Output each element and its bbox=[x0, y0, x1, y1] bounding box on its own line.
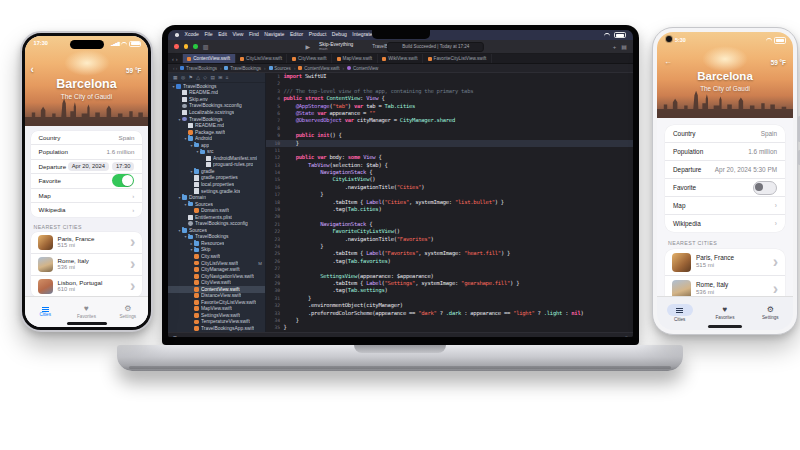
detail-scroll-area[interactable]: CountrySpainPopulation1.6 millionDepartu… bbox=[657, 118, 793, 297]
wifi-icon[interactable] bbox=[604, 33, 610, 38]
folder-icon bbox=[194, 143, 199, 147]
breadcrumb-item[interactable]: Sources bbox=[269, 66, 291, 71]
breadcrumb-item[interactable]: ContentView bbox=[347, 66, 378, 71]
tab-settings[interactable]: ⚙Settings bbox=[748, 297, 793, 330]
detail-right bbox=[753, 181, 777, 195]
detail-row-population[interactable]: Population1.6 million bbox=[31, 145, 143, 160]
code-text: .tag(Tab.cities) bbox=[284, 206, 382, 213]
detail-row-departure[interactable]: DepartureApr 20, 2024 5:30 PM bbox=[665, 161, 785, 179]
code-line: 31 } bbox=[266, 295, 633, 302]
date-pill[interactable]: Apr 20, 2024 bbox=[68, 162, 109, 171]
debug-navigator-icon[interactable]: ⊞ bbox=[218, 75, 222, 80]
tab-cities[interactable]: Cities bbox=[657, 297, 702, 330]
tab-history-arrows[interactable]: ‹› bbox=[168, 54, 183, 63]
editor-tab[interactable]: FavoriteCityListView.swift bbox=[423, 54, 492, 63]
detail-row-map[interactable]: Map› bbox=[31, 189, 143, 204]
back-button[interactable]: ‹ bbox=[31, 65, 34, 75]
breadcrumb-item[interactable]: TravelBookings bbox=[180, 66, 217, 71]
detail-scroll-area[interactable]: CountrySpainPopulation1.6 millionDepartu… bbox=[25, 126, 149, 298]
close-window-button[interactable] bbox=[174, 44, 179, 49]
code-line: 3/// The top-level view of the app, cont… bbox=[266, 88, 633, 95]
menu-item-view[interactable]: View bbox=[232, 32, 243, 37]
add-editor-icon[interactable]: + bbox=[613, 44, 617, 50]
test-navigator-icon[interactable]: ▤ bbox=[210, 75, 215, 80]
tab-icon-wrap: ⚙ bbox=[124, 305, 131, 313]
zoom-window-button[interactable] bbox=[193, 44, 198, 49]
tab-icon-wrap: ♥ bbox=[84, 305, 89, 313]
detail-label: Favorite bbox=[39, 177, 61, 184]
sym-icon bbox=[347, 66, 351, 70]
code-text: .preferredColorScheme(appearance == "dar… bbox=[284, 310, 584, 317]
file-tree[interactable]: ▾TravelBookingsREADME.mdSkip.envTravelBo… bbox=[168, 83, 265, 332]
minimize-window-button[interactable] bbox=[184, 44, 189, 49]
find-navigator-icon[interactable]: △ bbox=[196, 75, 200, 80]
menu-item-file[interactable]: File bbox=[204, 32, 212, 37]
line-number: 6 bbox=[266, 110, 284, 117]
battery-icon[interactable] bbox=[614, 32, 626, 39]
editor-tab[interactable]: MapView.swift bbox=[332, 54, 378, 63]
code-line: 8 bbox=[266, 125, 633, 132]
source-control-navigator-icon[interactable]: ◎ bbox=[181, 75, 185, 80]
detail-row-favorite[interactable]: Favorite bbox=[665, 179, 785, 197]
detail-row-wikipedia[interactable]: Wikipedia› bbox=[665, 215, 785, 232]
menu-item-integrate[interactable]: Integrate bbox=[352, 32, 372, 37]
code-line: 6 @State var appearance = "" bbox=[266, 110, 633, 117]
breadcrumb-back-icon[interactable]: ‹ › bbox=[173, 66, 177, 71]
code-text: .tabItem { Label("Settings", systemImage… bbox=[284, 280, 520, 287]
breadcrumb-item[interactable]: ContentView.swift bbox=[298, 66, 339, 71]
editor-tab[interactable]: CityView.swift bbox=[287, 54, 332, 63]
detail-row-country[interactable]: CountrySpain bbox=[665, 125, 785, 143]
project-navigator-icon[interactable]: ▦ bbox=[173, 75, 178, 80]
tab-settings[interactable]: ⚙Settings bbox=[107, 297, 148, 327]
issue-navigator-icon[interactable]: ◇ bbox=[203, 75, 207, 80]
run-button[interactable]: ▶ bbox=[305, 44, 310, 50]
editor-tab[interactable]: WikiView.swift bbox=[378, 54, 423, 63]
breadcrumb: TravelBookings›TravelBookings›Sources›Co… bbox=[180, 66, 378, 71]
nearest-city-row[interactable]: Paris, France515 mi› bbox=[665, 249, 785, 276]
line-number: 10 bbox=[266, 140, 284, 147]
nearest-city-row[interactable]: Lisbon, Portugal610 mi› bbox=[31, 276, 143, 297]
tab-cities[interactable]: Cities bbox=[25, 297, 66, 327]
editor-tab-label: CityListView.swift bbox=[246, 56, 282, 61]
detail-row-country[interactable]: CountrySpain bbox=[31, 131, 143, 146]
menu-item-product[interactable]: Product bbox=[309, 32, 327, 37]
menu-item-xcode[interactable]: Xcode bbox=[185, 32, 199, 37]
swift-icon bbox=[298, 66, 302, 70]
detail-row-map[interactable]: Map› bbox=[665, 197, 785, 215]
file-name: Skip.env bbox=[189, 97, 208, 102]
menu-item-edit[interactable]: Edit bbox=[218, 32, 227, 37]
menu-item-debug[interactable]: Debug bbox=[332, 32, 347, 37]
detail-row-wikipedia[interactable]: Wikipedia› bbox=[31, 203, 143, 217]
menu-item-editor[interactable]: Editor bbox=[290, 32, 303, 37]
filter-icon[interactable]: ≡ bbox=[625, 335, 628, 338]
bookmark-navigator-icon[interactable]: ⚑ bbox=[189, 75, 193, 80]
editor-options-icon[interactable]: ▤ bbox=[621, 44, 627, 50]
swift-icon bbox=[194, 306, 199, 311]
editor-tab[interactable]: ContentView.swift bbox=[183, 54, 236, 63]
activity-status[interactable]: Build Succeeded | Today at 17:24 bbox=[387, 42, 484, 52]
favorite-toggle[interactable] bbox=[112, 174, 134, 187]
report-navigator-icon[interactable]: ≡ bbox=[226, 75, 229, 80]
apple-menu-icon[interactable] bbox=[175, 33, 179, 37]
detail-row-favorite[interactable]: Favorite bbox=[31, 174, 143, 189]
breadcrumb-separator: › bbox=[294, 66, 296, 71]
favorite-toggle[interactable] bbox=[753, 181, 777, 195]
time-pill[interactable]: 17:30 bbox=[112, 162, 135, 171]
breadcrumb-item[interactable]: TravelBookings bbox=[224, 66, 261, 71]
nearest-city-row[interactable]: Rome, Italy536 mi› bbox=[665, 276, 785, 297]
menu-item-find[interactable]: Find bbox=[249, 32, 259, 37]
code-text: TabView(selection: $tab) { bbox=[284, 162, 388, 169]
nearest-city-row[interactable]: Rome, Italy536 mi› bbox=[31, 254, 143, 276]
toggle-navigator-icon[interactable]: ▥ bbox=[203, 44, 209, 50]
detail-row-population[interactable]: Population1.6 million bbox=[665, 143, 785, 161]
detail-right: Apr 20, 2024 5:30 PM bbox=[715, 166, 777, 173]
nearest-city-row[interactable]: Paris, France515 mi› bbox=[31, 232, 143, 254]
file-tree-row[interactable]: TravelBookingsApp.swift bbox=[168, 325, 265, 332]
chevron-icon: › bbox=[132, 206, 134, 213]
line-endings-icon[interactable]: ⊞ bbox=[173, 335, 177, 338]
back-button[interactable]: ← bbox=[664, 58, 672, 66]
code-editor[interactable]: 1import SwiftUI23/// The top-level view … bbox=[266, 73, 633, 332]
editor-tab[interactable]: CityListView.swift bbox=[236, 54, 288, 63]
menu-item-navigate[interactable]: Navigate bbox=[264, 32, 284, 37]
detail-row-departure[interactable]: DepartureApr 20, 202417:30 bbox=[31, 160, 143, 175]
